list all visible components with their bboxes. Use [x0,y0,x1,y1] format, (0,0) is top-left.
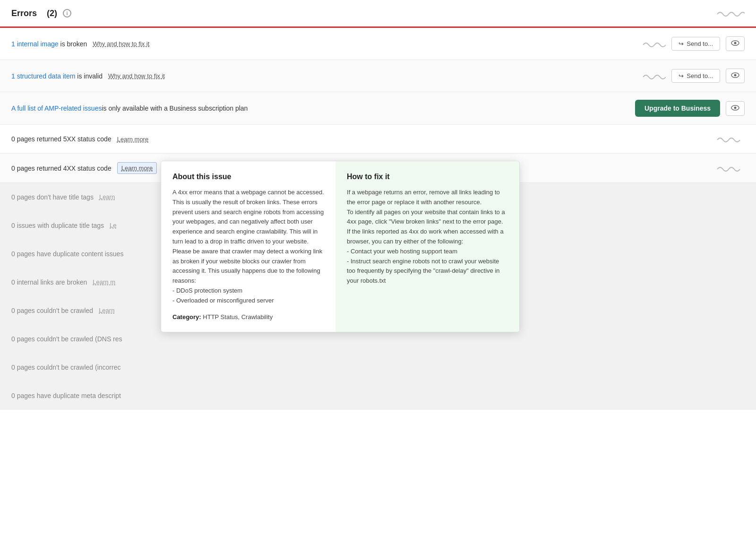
broken-image-actions: ↪ Send to... [642,36,745,51]
tooltip-category-value: HTTP Status, Crawlability [201,313,273,321]
squiggle-icon-5xx [716,133,745,145]
not-crawled-text: 0 pages couldn't be crawled [11,307,93,314]
learn-more-not-crawled-link[interactable]: Learn [99,307,114,314]
title-tags-text: 0 pages don't have title tags [11,193,94,201]
tooltip-fix-title: How to fix it [347,173,508,181]
send-to-label-2: Send to... [687,72,713,79]
learn-more-broken-links-link[interactable]: Learn m [93,278,115,286]
info-icon[interactable]: i [63,9,71,17]
eye-button-amp[interactable] [726,101,745,116]
errors-title: Errors (2) i [11,9,71,18]
eye-icon-amp [731,104,739,111]
svg-point-1 [734,42,737,44]
eye-button-2[interactable] [726,69,745,83]
broken-image-row: 1 internal image is broken Why and how t… [0,28,756,60]
5xx-right [716,133,745,145]
send-to-button[interactable]: ↪ Send to... [671,37,720,51]
tooltip-popup: About this issue A 4xx error means that … [161,161,520,332]
5xx-text: 0 pages returned 5XX status code [11,135,112,143]
why-fix-structured-data-link[interactable]: Why and how to fix it [108,72,165,79]
not-crawled-incorrect-row: 0 pages couldn't be crawled (incorrec [0,353,756,381]
amp-link[interactable]: A full list of AMP-related issues [11,104,102,112]
eye-icon-2 [731,72,739,78]
errors-label: Errors [11,9,37,18]
squiggle-icon [642,71,666,81]
duplicate-title-text: 0 issues with duplicate title tags [11,222,104,229]
learn-more-4xx-link[interactable]: Learn more [117,162,157,174]
duplicate-meta-row: 0 pages have duplicate meta descript [0,381,756,410]
why-fix-broken-image-link[interactable]: Why and how to fix it [93,40,149,47]
send-to-label: Send to... [687,40,713,47]
structured-data-text: is invalid [75,72,103,80]
svg-point-3 [734,74,737,77]
tooltip-category-label: Category: [172,313,201,321]
squiggle-icon [642,39,666,49]
upgrade-to-business-button[interactable]: Upgrade to Business [635,100,720,117]
learn-more-title-tags-link[interactable]: Learn [99,193,115,200]
eye-button[interactable] [726,36,745,51]
send-to-icon: ↪ [679,40,684,47]
duplicate-content-text: 0 pages have duplicate content issues [11,250,123,258]
amp-row: A full list of AMP-related issues is onl… [0,92,756,125]
not-crawled-dns-text: 0 pages couldn't be crawled (DNS res [11,335,122,343]
header-squiggle [716,8,745,19]
broken-internal-links-text: 0 internal links are broken [11,278,87,286]
page-wrapper: Errors (2) i 1 internal image is broken … [0,0,756,546]
duplicate-meta-text: 0 pages have duplicate meta descript [11,392,121,399]
squiggle-icon [716,8,745,19]
structured-data-actions: ↪ Send to... [642,69,745,83]
errors-count: (2) [47,9,57,18]
not-crawled-incorrect-text: 0 pages couldn't be crawled (incorrec [11,364,120,371]
send-to-button-2[interactable]: ↪ Send to... [671,69,720,83]
structured-data-row: 1 structured data item is invalid Why an… [0,60,756,92]
svg-point-5 [734,106,737,109]
eye-icon [731,40,739,46]
amp-text: is only available with a Business subscr… [102,104,248,112]
tooltip-about-title: About this issue [172,173,324,181]
5xx-row: 0 pages returned 5XX status code Learn m… [0,125,756,154]
tooltip-about-body: A 4xx error means that a webpage cannot … [172,188,324,306]
4xx-right [716,163,745,174]
broken-image-text: is broken [59,40,87,48]
tooltip-about-section: About this issue A 4xx error means that … [161,161,335,332]
4xx-text: 0 pages returned 4XX status code [11,165,112,172]
learn-more-5xx-link[interactable]: Learn more [117,136,148,143]
errors-header: Errors (2) i [0,0,756,28]
tooltip-fix-section: How to fix it If a webpage returns an er… [335,161,519,332]
broken-image-link[interactable]: 1 internal image [11,40,59,48]
learn-more-dup-title-link[interactable]: Le [110,222,116,229]
tooltip-category: Category: HTTP Status, Crawlability [172,313,324,321]
structured-data-link[interactable]: 1 structured data item [11,72,75,80]
squiggle-icon-4xx [716,163,745,174]
tooltip-fix-body: If a webpage returns an error, remove al… [347,188,508,286]
send-to-icon-2: ↪ [679,72,684,79]
amp-actions: Upgrade to Business [635,100,745,117]
